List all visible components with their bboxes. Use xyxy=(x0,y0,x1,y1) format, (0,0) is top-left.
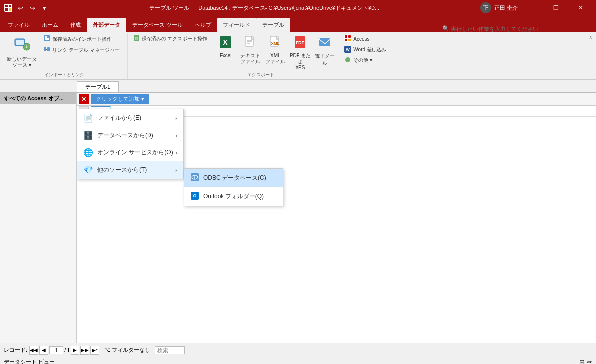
nav-new-button[interactable]: ▶* xyxy=(90,346,99,355)
content-area: ✕ クリックして追加 ▾ ▶ 新規 📄 xyxy=(77,93,596,343)
content-row: すべての Access オブ... ≡ ✕ クリックして追加 ▾ ▶ 新規 xyxy=(0,93,596,343)
pdf-export-button[interactable]: PDF PDF またはXPS xyxy=(288,34,312,73)
svg-text:XML: XML xyxy=(271,41,280,46)
svg-text:…: … xyxy=(346,57,350,62)
ribbon-search-input[interactable] xyxy=(451,26,540,32)
svg-text:O: O xyxy=(193,193,196,198)
tab-help[interactable]: ヘルプ xyxy=(189,18,217,32)
access-export-button[interactable]: Access xyxy=(342,34,389,44)
excel-export-button[interactable]: X Excel xyxy=(214,34,237,60)
undo-icon[interactable]: ↩ xyxy=(16,3,25,12)
svg-rect-4 xyxy=(9,8,11,11)
export-group-inner: 保 保存済みの エクスポート操作 X Excel xyxy=(131,34,389,73)
new-data-source-label: 新しいデータソース ▾ xyxy=(7,56,37,68)
svg-text:+: + xyxy=(25,44,28,50)
new-data-source-button[interactable]: + 新しいデータソース ▾ xyxy=(5,34,39,70)
text-file-icon xyxy=(244,36,257,52)
ribbon-tab-bar: ファイル ホーム 作成 外部データ データベース ツール ヘルプ フィールド テ… xyxy=(0,16,596,32)
quick-access-more[interactable]: ▾ xyxy=(40,3,49,12)
nav-panel: すべての Access オブ... ≡ xyxy=(0,93,77,343)
title-bar-right: 正 正田 圭介 — ❐ ✕ xyxy=(480,0,592,16)
menu-item-online-left: 🌐 オンライン サービスから(O) xyxy=(83,148,173,157)
pdf-label: PDF またはXPS xyxy=(289,53,311,71)
nav-next-button[interactable]: ▶ xyxy=(71,346,79,355)
file-submenu-arrow: › xyxy=(175,115,177,122)
save-export-label: 保存済みの エクスポート操作 xyxy=(142,36,208,42)
view-label: データシート ビュー xyxy=(4,358,55,364)
restore-button[interactable]: ❐ xyxy=(544,0,567,16)
design-view-icon[interactable]: ✏ xyxy=(587,358,592,364)
svg-text:W: W xyxy=(346,47,350,52)
import-group-label: インポートとリンク xyxy=(2,72,127,78)
tab-field[interactable]: フィールド xyxy=(217,18,256,32)
text-label: テキストファイル xyxy=(240,53,260,65)
link-table-button[interactable]: リンク テーブル マネージャー xyxy=(41,45,122,55)
export-buttons-row: X Excel テキストファイル XML XMLファ xyxy=(214,34,337,73)
svg-rect-13 xyxy=(44,47,46,51)
svg-rect-12 xyxy=(45,36,47,38)
other-export-button[interactable]: … その他 ▾ xyxy=(342,55,389,65)
add-column-label: クリックして追加 ▾ xyxy=(96,95,144,103)
word-export-button[interactable]: W Word 差し込み xyxy=(342,45,389,55)
dropdown-overlay: 📄 ファイルから(E) › 🗄️ データベースから(D) › xyxy=(77,109,184,179)
email-label: 電子メール xyxy=(314,53,336,67)
tab-table[interactable]: テーブル xyxy=(256,18,290,32)
save-export-icon: 保 xyxy=(133,35,140,42)
nav-header-label: すべての Access オブ... xyxy=(4,95,64,102)
redo-icon[interactable]: ↪ xyxy=(28,3,37,12)
bottom-bar: データシート ビュー ⊞ ✏ xyxy=(0,357,596,364)
submenu-item-outlook[interactable]: O Outlook フォルダー(Q) xyxy=(184,187,283,206)
email-export-button[interactable]: 電子メール xyxy=(313,34,337,69)
svg-rect-14 xyxy=(47,47,50,51)
table-tab-active[interactable]: テーブル1 xyxy=(77,81,119,92)
datasheet-view-icon[interactable]: ⊞ xyxy=(579,358,585,364)
submenu-item-odbc[interactable]: ODBC データベース(C) xyxy=(184,169,283,187)
nav-record: ◀◀ ◀ / 1 ▶ ▶▶ ▶* xyxy=(29,346,99,355)
menu-item-other[interactable]: 💎 他のソースから(T) › xyxy=(77,161,183,179)
nav-first-button[interactable]: ◀◀ xyxy=(29,346,38,355)
table-col-header: ✕ クリックして追加 ▾ xyxy=(77,93,596,106)
menu-item-online[interactable]: 🌐 オンライン サービスから(O) › xyxy=(77,144,183,161)
ribbon-search-area[interactable]: 🔍 xyxy=(438,25,594,32)
tab-database-tools[interactable]: データベース ツール xyxy=(126,18,189,32)
online-submenu-arrow: › xyxy=(175,149,177,156)
filter-label: フィルターなし xyxy=(112,346,150,354)
text-export-button[interactable]: テキストファイル xyxy=(238,34,262,67)
svg-rect-30 xyxy=(345,35,347,38)
view-icons: ⊞ ✏ xyxy=(579,358,592,364)
menu-item-file[interactable]: 📄 ファイルから(E) › xyxy=(77,109,183,127)
nav-header[interactable]: すべての Access オブ... ≡ xyxy=(0,93,76,104)
minimize-button[interactable]: — xyxy=(520,0,542,16)
filter-button[interactable]: ⌥ フィルターなし xyxy=(101,345,153,355)
nav-last-button[interactable]: ▶▶ xyxy=(80,346,89,355)
record-number-input[interactable] xyxy=(49,346,63,354)
title-bar-center: テーブル ツール Database14 : データベース- C:¥Users¥j… xyxy=(49,4,480,12)
menu-item-database[interactable]: 🗄️ データベースから(D) › xyxy=(77,127,183,144)
xml-export-button[interactable]: XML XMLファイル xyxy=(263,34,287,67)
tab-external-data[interactable]: 外部データ xyxy=(87,18,126,32)
save-export-button[interactable]: 保 保存済みの エクスポート操作 xyxy=(131,34,210,43)
import-group-inner: + 新しいデータソース ▾ 保存済みのインポート操作 xyxy=(5,34,122,73)
tab-create[interactable]: 作成 xyxy=(64,18,87,32)
tab-home[interactable]: ホーム xyxy=(36,18,64,32)
add-column-button[interactable]: クリックして追加 ▾ xyxy=(91,94,149,104)
close-x-button[interactable]: ✕ xyxy=(79,94,89,104)
nav-header-chevron: ≡ xyxy=(70,96,73,102)
app-icon xyxy=(4,3,13,12)
nav-prev-button[interactable]: ◀ xyxy=(39,346,48,355)
word-export-icon: W xyxy=(344,46,351,54)
ribbon-collapse-button[interactable]: ∧ xyxy=(587,33,594,79)
menu-item-db-left: 🗄️ データベースから(D) xyxy=(83,131,153,140)
export-group: 保 保存済みの エクスポート操作 X Excel xyxy=(128,33,394,79)
close-button[interactable]: ✕ xyxy=(569,0,592,16)
tab-file[interactable]: ファイル xyxy=(2,18,36,32)
save-import-button[interactable]: 保存済みのインポート操作 xyxy=(41,34,122,44)
save-import-label: 保存済みのインポート操作 xyxy=(52,36,112,43)
import-col: 保存済みのインポート操作 リンク テーブル マネージャー xyxy=(41,34,122,55)
record-label: レコード: xyxy=(4,346,27,354)
email-icon xyxy=(318,36,331,52)
submenu-odbc-label: ODBC データベース(C) xyxy=(203,174,266,182)
search-input[interactable] xyxy=(155,346,185,354)
file-menu-icon: 📄 xyxy=(83,113,93,123)
title-bar: ↩ ↪ ▾ テーブル ツール Database14 : データベース- C:¥U… xyxy=(0,0,596,16)
